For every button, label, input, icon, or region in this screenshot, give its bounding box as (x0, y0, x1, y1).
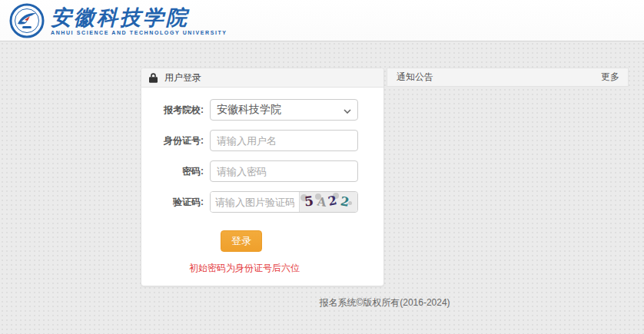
notice-panel: 通知公告 更多 (387, 68, 629, 283)
school-select-value: 安徽科技学院 (217, 103, 281, 117)
copyright-text: 报名系统©版权所有(2016-2024) (141, 296, 629, 309)
brand-block: 安徽科技学院 ANHUI SCIENCE AND TECHNOLOGY UNIV… (51, 6, 227, 35)
university-name-cn: 安徽科技学院 (51, 6, 227, 29)
idnumber-label: 身份证号: (141, 134, 210, 147)
login-button[interactable]: 登录 (221, 230, 262, 252)
password-label: 密码: (141, 165, 210, 178)
action-area: 登录 初始密码为身份证号后六位 (189, 230, 294, 275)
captcha-field: 5A22 (210, 191, 358, 213)
notice-panel-body (387, 87, 629, 283)
notice-panel-title: 通知公告 (397, 71, 433, 84)
main-content: 用户登录 报考院校: 安徽科技学院 (141, 68, 629, 309)
password-input[interactable] (210, 160, 358, 182)
university-emblem-icon (9, 3, 45, 38)
initial-password-hint: 初始密码为身份证号后六位 (189, 262, 294, 275)
login-form: 报考院校: 安徽科技学院 身份证号: (141, 88, 383, 286)
form-row-password: 密码: (141, 160, 383, 182)
panels-row: 用户登录 报考院校: 安徽科技学院 (141, 68, 629, 286)
chevron-down-icon (344, 104, 351, 116)
idnumber-input[interactable] (210, 130, 358, 151)
captcha-image[interactable]: 5A22 (299, 192, 357, 212)
page: 安徽科技学院 ANHUI SCIENCE AND TECHNOLOGY UNIV… (0, 0, 644, 334)
captcha-input[interactable] (211, 192, 299, 212)
school-select[interactable]: 安徽科技学院 (210, 99, 358, 121)
login-panel-title: 用户登录 (164, 71, 201, 84)
lock-icon (149, 73, 158, 83)
form-row-school: 报考院校: 安徽科技学院 (141, 99, 383, 121)
university-name-en: ANHUI SCIENCE AND TECHNOLOGY UNIVERSITY (51, 30, 227, 35)
site-header: 安徽科技学院 ANHUI SCIENCE AND TECHNOLOGY UNIV… (0, 0, 644, 41)
form-row-idnumber: 身份证号: (141, 130, 383, 151)
school-label: 报考院校: (141, 104, 210, 117)
login-panel-header: 用户登录 (141, 68, 383, 88)
more-link[interactable]: 更多 (601, 71, 619, 84)
captcha-label: 验证码: (141, 196, 210, 209)
notice-panel-header: 通知公告 更多 (387, 68, 629, 87)
login-panel: 用户登录 报考院校: 安徽科技学院 (141, 68, 384, 286)
form-row-captcha: 验证码: 5A22 (141, 191, 383, 213)
